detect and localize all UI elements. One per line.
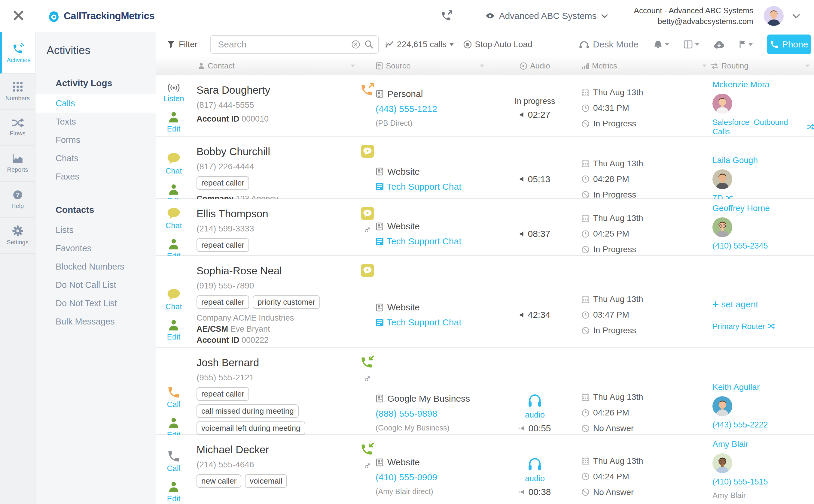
chat-action[interactable]: Chat (165, 288, 182, 311)
source-link[interactable]: (888) 555-9898 (376, 409, 485, 419)
rail-item-flows[interactable]: Flows (0, 110, 35, 146)
listen-action[interactable]: Listen (163, 83, 184, 103)
avatar[interactable] (764, 6, 784, 26)
column-header-audio[interactable]: Audio (488, 57, 581, 75)
clear-icon[interactable] (351, 40, 360, 49)
audio-player-label[interactable]: audio (525, 410, 545, 420)
call-action[interactable]: Call (167, 386, 180, 409)
metric-time: 04:26 PM (581, 408, 711, 418)
metric-status: In Progress (581, 245, 711, 254)
source-name: Personal (376, 89, 485, 99)
chevron-down-icon (601, 14, 608, 18)
sort-caret-icon[interactable] (351, 65, 355, 67)
contact-name[interactable]: Sophia-Rose Neal (196, 265, 356, 277)
sidebar-item-do-not-text-list[interactable]: Do Not Text List (35, 294, 156, 312)
routing-phone[interactable]: (410) 555-1515 (713, 477, 814, 487)
routing-agent-name[interactable]: Mckenzie Mora (713, 80, 814, 89)
rail-item-help[interactable]: ? Help (0, 182, 35, 218)
sort-caret-icon[interactable] (806, 65, 810, 67)
routing-phone[interactable]: (443) 555-2222 (713, 420, 814, 430)
columns-button[interactable] (684, 40, 699, 49)
chat-icon (167, 152, 180, 165)
chat-window-icon (376, 183, 384, 191)
calendar-icon (581, 89, 589, 97)
rail-item-settings[interactable]: Settings (0, 218, 35, 254)
table-row: Chat Edit Sophia-Rose Neal (919) 555-789… (156, 256, 814, 348)
headphones-icon[interactable] (527, 456, 543, 472)
sidebar-item-chats[interactable]: Chats (35, 149, 156, 167)
sidebar-item-texts[interactable]: Texts (35, 113, 156, 131)
notifications-button[interactable] (654, 40, 669, 49)
routing-link[interactable]: Primary Router (713, 322, 814, 331)
plus-icon: + (713, 299, 719, 310)
source-link[interactable]: (443) 555-1212 (376, 104, 485, 114)
calls-count-dropdown[interactable]: 224,615 calls (386, 40, 454, 49)
edit-action[interactable]: Edit (167, 111, 180, 134)
chat-action[interactable]: Chat (165, 207, 182, 230)
edit-action[interactable]: Edit (167, 319, 180, 342)
contact-name[interactable]: Michael Decker (196, 444, 356, 456)
routing-agent-name[interactable]: Laila Gough (713, 155, 814, 165)
routing-agent-name[interactable]: Geoffrey Horne (713, 204, 814, 213)
sidebar-item-faxes[interactable]: Faxes (35, 167, 156, 186)
source-link[interactable]: Tech Support Chat (376, 236, 485, 246)
contact-name[interactable]: Ellis Thompson (196, 208, 356, 220)
ban-icon (581, 120, 589, 128)
contact-name[interactable]: Josh Bernard (196, 357, 356, 369)
call-action[interactable]: Call (167, 450, 180, 473)
workspace-switcher[interactable]: Advanced ABC Systems (486, 11, 608, 21)
desk-mode-button[interactable]: Desk Mode (579, 39, 639, 50)
source-link[interactable]: Tech Support Chat (376, 182, 485, 192)
sidebar-item-favorites[interactable]: Favorites (35, 239, 156, 258)
sort-caret-icon[interactable] (480, 65, 484, 67)
call-orange-icon (167, 386, 180, 399)
edit-action[interactable]: Edit (167, 481, 180, 503)
sidebar-item-lists[interactable]: Lists (35, 221, 156, 239)
call-icon[interactable] (441, 10, 452, 22)
phone-button[interactable]: Phone (767, 35, 811, 54)
rail-item-activities[interactable]: Activities (0, 32, 35, 74)
audio-player-label[interactable]: audio (525, 474, 545, 483)
account-info[interactable]: Account - Advanced ABC Systems betty@adv… (634, 5, 753, 27)
routing-agent-name[interactable]: Amy Blair (713, 439, 814, 449)
column-header-contact[interactable]: Contact (195, 57, 359, 75)
sidebar-item-bulk-messages[interactable]: Bulk Messages (35, 312, 156, 331)
set-agent-button[interactable]: +set agent (713, 299, 814, 310)
sidebar-item-blocked-numbers[interactable]: Blocked Numbers (35, 258, 156, 276)
sort-caret-icon[interactable] (702, 65, 707, 67)
audio-duration: 42:34 (519, 310, 550, 320)
sidebar-item-do-not-call-list[interactable]: Do Not Call List (35, 276, 156, 294)
play-icon (519, 62, 527, 70)
rail-item-numbers[interactable]: Numbers (0, 74, 35, 110)
contact-name[interactable]: Bobby Churchill (196, 146, 356, 158)
audio-status: In progress (514, 97, 555, 106)
action-label: Edit (167, 494, 180, 503)
stop-auto-load-button[interactable]: Stop Auto Load (463, 40, 532, 49)
routing-agent-name[interactable]: Keith Aguilar (713, 382, 814, 392)
routing-link[interactable]: Salesforce_Outbound Calls (713, 118, 814, 136)
flag-button[interactable] (739, 40, 753, 49)
contact-cell: Michael Decker (214) 555-4646 new caller… (195, 435, 359, 504)
chevron-down-icon[interactable] (792, 14, 800, 19)
sidebar-item-forms[interactable]: Forms (35, 131, 156, 149)
headset-icon (579, 39, 589, 50)
export-button[interactable] (714, 40, 725, 49)
close-icon[interactable]: ✕ (11, 8, 32, 24)
column-label: Metrics (592, 61, 617, 71)
sidebar-item-calls[interactable]: Calls (35, 94, 156, 113)
column-header-routing[interactable]: Routing (711, 57, 814, 75)
column-header-metrics[interactable]: Metrics (581, 57, 711, 75)
source-link[interactable]: (410) 555-0909 (376, 472, 485, 482)
headphones-icon[interactable] (527, 392, 543, 408)
routing-phone[interactable]: (410) 555-2345 (713, 241, 814, 251)
rail-item-reports[interactable]: Reports (0, 146, 35, 182)
cloud-download-icon (714, 40, 725, 49)
contact-name[interactable]: Sara Dougherty (196, 84, 356, 96)
column-header-source[interactable]: Source (376, 57, 488, 75)
chat-action[interactable]: Chat (165, 152, 182, 175)
filter-button[interactable]: Filter (167, 40, 197, 49)
ban-icon (581, 191, 589, 199)
source-link[interactable]: Tech Support Chat (376, 317, 485, 327)
search-icon[interactable] (365, 40, 374, 49)
search-input[interactable] (218, 39, 347, 50)
